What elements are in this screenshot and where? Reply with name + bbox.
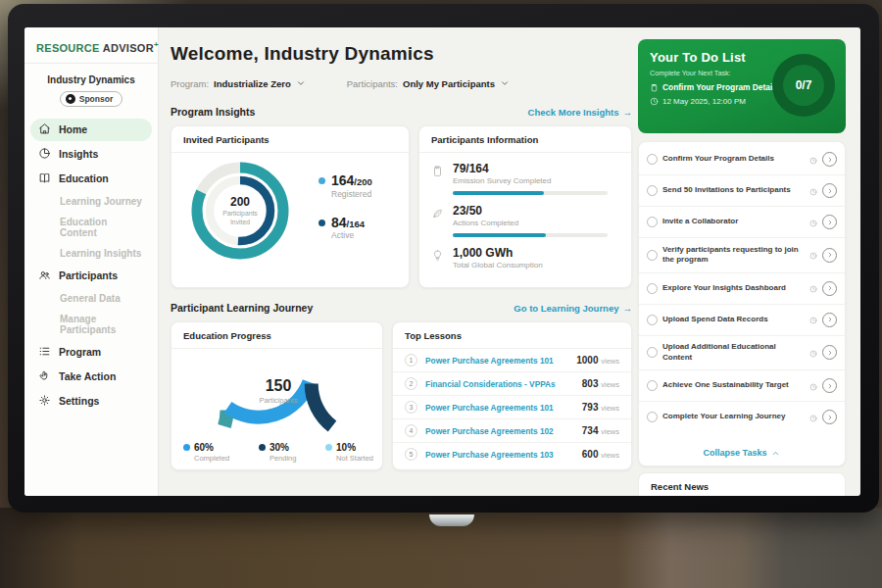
stat-value: 79/164 — [453, 162, 608, 175]
task-open-button[interactable] — [822, 215, 837, 229]
lesson-link[interactable]: Power Purchase Agreements 103 — [425, 450, 574, 460]
todo-summary-card: Your To Do List Complete Your Next Task:… — [638, 39, 846, 133]
collapse-tasks-link[interactable]: Collapse Tasks — [639, 441, 845, 466]
task-checkbox[interactable] — [647, 154, 658, 165]
stat-progress-bar — [453, 191, 608, 195]
task-open-button[interactable] — [822, 248, 837, 263]
task-checkbox[interactable] — [647, 412, 658, 422]
participants-select[interactable]: Participants: Only My Participants — [347, 74, 510, 92]
sidebar-item-manage-participants[interactable]: Manage Participants — [30, 310, 152, 339]
sidebar-item-label: Learning Insights — [60, 248, 141, 259]
donut-legend-item-registered: 164/200Registered — [318, 173, 372, 199]
todo-task-verify-participants-requesting-to-join-the-program[interactable]: Verify participants requesting to join t… — [639, 237, 845, 272]
sidebar-item-learning-insights[interactable]: Learning Insights — [30, 244, 152, 263]
filter-bar: Program: Industrialize Zero Participants… — [171, 74, 632, 92]
participants-icon — [38, 269, 51, 283]
photo-background: RESOURCE ADVISOR+ Industry Dynamics Spon… — [0, 0, 882, 588]
task-open-button[interactable] — [822, 152, 837, 167]
task-label: Upload Spend Data Records — [662, 315, 805, 325]
legend-value: 164/200 — [331, 173, 372, 188]
task-checkbox[interactable] — [647, 315, 658, 325]
legend-dot-icon — [318, 177, 325, 184]
clipboard-icon — [650, 83, 659, 92]
go-to-learning-journey-link[interactable]: Go to Learning Journey → — [514, 303, 632, 314]
sidebar-item-program[interactable]: Program — [30, 341, 152, 364]
org-name: Industry Dynamics — [24, 74, 158, 85]
lesson-row[interactable]: 5Power Purchase Agreements 103600 views — [393, 442, 631, 466]
sponsor-badge[interactable]: Sponsor — [60, 91, 122, 107]
stat-value: 1,000 GWh — [453, 246, 543, 260]
sidebar-item-education-content[interactable]: Education Content — [30, 213, 152, 242]
todo-task-upload-spend-data-records[interactable]: Upload Spend Data Records — [639, 304, 845, 335]
todo-task-invite-a-collaborator[interactable]: Invite a Collaborator — [639, 206, 845, 237]
task-open-button[interactable] — [822, 183, 837, 198]
arrow-right-icon: → — [623, 303, 633, 314]
task-open-button[interactable] — [822, 345, 837, 360]
task-open-button[interactable] — [822, 281, 837, 296]
task-checkbox[interactable] — [647, 217, 658, 227]
todo-task-explore-your-insights-dashboard[interactable]: Explore Your Insights Dashboard — [639, 272, 845, 304]
donut-center-label: 200 Participants Invited — [187, 158, 293, 264]
task-checkbox[interactable] — [647, 185, 658, 196]
stat-label: Total Global Consumption — [453, 261, 543, 270]
task-label: Send 50 Invitations to Participants — [662, 185, 805, 196]
legend-label: Active — [331, 230, 365, 240]
task-label: Invite a Collaborator — [662, 217, 805, 227]
todo-task-complete-your-learning-journey[interactable]: Complete Your Learning Journey — [639, 401, 845, 432]
legend-dot-icon — [259, 444, 266, 451]
clock-icon — [809, 377, 817, 395]
lesson-link[interactable]: Power Purchase Agreements 102 — [425, 426, 574, 436]
sidebar-item-general-data[interactable]: General Data — [30, 289, 152, 308]
lesson-row[interactable]: 3Power Purchase Agreements 101793 views — [393, 395, 631, 418]
sidebar-item-participants[interactable]: Participants — [30, 265, 152, 287]
sidebar-item-settings[interactable]: Settings — [30, 390, 152, 413]
lesson-rank: 2 — [405, 377, 417, 390]
participants-information-list: 79/164Emission Survey Completed23/50Acti… — [419, 153, 631, 270]
education-progress-card: Education Progress 150 Participants 60%C… — [171, 321, 383, 470]
sidebar-item-learning-journey[interactable]: Learning Journey — [30, 192, 152, 211]
gauge-legend-item-completed: 60%Completed — [183, 442, 229, 463]
lesson-rank: 1 — [405, 354, 417, 367]
task-open-button[interactable] — [822, 313, 837, 327]
task-checkbox[interactable] — [647, 380, 658, 391]
task-checkbox[interactable] — [647, 283, 658, 294]
task-checkbox[interactable] — [647, 250, 658, 261]
recent-news-title: Recent News — [639, 473, 845, 496]
todo-task-confirm-your-program-details[interactable]: Confirm Your Program Details — [639, 144, 845, 174]
task-open-button[interactable] — [822, 378, 837, 393]
sidebar-item-home[interactable]: Home — [30, 119, 152, 141]
lesson-link[interactable]: Power Purchase Agreements 101 — [425, 356, 568, 366]
todo-progress-ring: 0/7 — [772, 54, 835, 117]
insights-cards-row: Invited Participants 200 Participants In… — [171, 125, 632, 288]
chevron-up-icon — [771, 449, 780, 458]
lesson-link[interactable]: Power Purchase Agreements 101 — [425, 403, 574, 413]
task-label: Confirm Your Program Details — [662, 154, 805, 165]
gauge-legend-item-not-started: 10%Not Started — [325, 442, 373, 463]
learning-journey-header: Participant Learning Journey Go to Learn… — [171, 302, 632, 314]
sidebar-item-take-action[interactable]: Take Action — [30, 366, 152, 388]
clock-icon — [650, 97, 659, 106]
lesson-row[interactable]: 1Power Purchase Agreements 1011000 views — [393, 349, 631, 371]
sidebar-item-label: Education Content — [60, 217, 144, 238]
learning-cards-row: Education Progress 150 Participants 60%C… — [171, 321, 632, 470]
lesson-link[interactable]: Financial Considerations - VPPAs — [425, 379, 574, 389]
stat-progress-bar — [453, 233, 608, 237]
lesson-rank: 5 — [405, 448, 417, 461]
sidebar-item-label: Home — [59, 123, 87, 135]
sidebar-item-insights[interactable]: Insights — [30, 143, 152, 166]
lesson-views: 793 views — [582, 402, 619, 413]
todo-task-upload-additional-educational-content[interactable]: Upload Additional Educational Content — [639, 335, 845, 370]
gauge-center-label: 150 Participants — [201, 377, 356, 405]
task-checkbox[interactable] — [647, 347, 658, 358]
task-open-button[interactable] — [822, 410, 837, 424]
todo-task-achieve-one-sustainability-target[interactable]: Achieve One Sustainability Target — [639, 369, 845, 401]
sidebar-item-label: Manage Participants — [60, 314, 144, 335]
sidebar-item-label: Education — [59, 172, 109, 184]
sidebar-item-education[interactable]: Education — [30, 168, 152, 190]
lesson-row[interactable]: 4Power Purchase Agreements 102734 views — [393, 418, 631, 442]
todo-task-send-50-invitations-to-participants[interactable]: Send 50 Invitations to Participants — [639, 174, 845, 206]
clock-icon — [809, 344, 817, 362]
lesson-row[interactable]: 2Financial Considerations - VPPAs803 vie… — [393, 371, 631, 395]
check-more-insights-link[interactable]: Check More Insights → — [528, 107, 632, 118]
program-select[interactable]: Program: Industrialize Zero — [171, 74, 306, 92]
